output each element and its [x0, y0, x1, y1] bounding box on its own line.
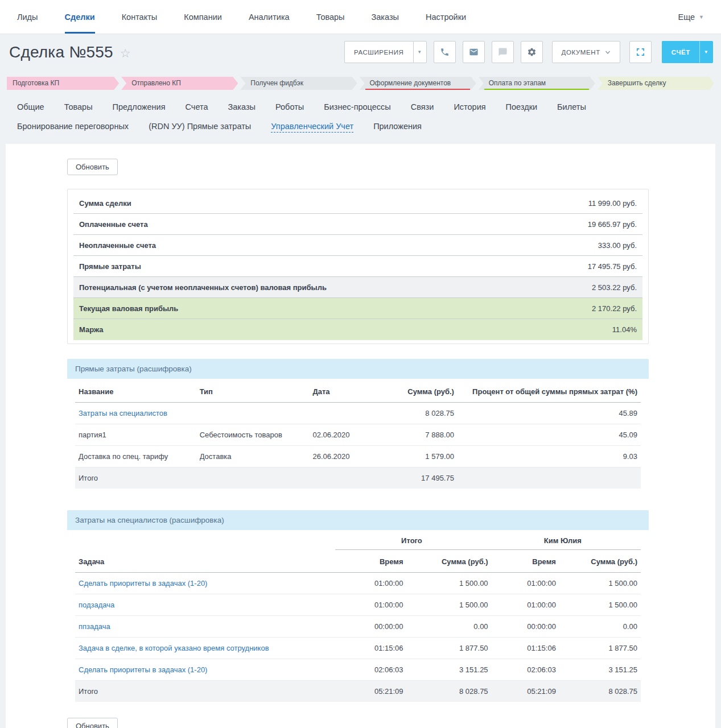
deal-tabs: ОбщиеТоварыПредложенияСчетаЗаказыРоботыБ…: [7, 102, 714, 133]
cell-t1: 01:00:00: [335, 573, 403, 594]
tab-5[interactable]: Заказы: [228, 102, 256, 113]
tab-14[interactable]: Управленческий Учет: [271, 122, 353, 133]
cost-item-link[interactable]: Затраты на специалистов: [79, 409, 167, 417]
refresh-button-top[interactable]: Обновить: [67, 159, 118, 175]
task-link[interactable]: Задача в сделке, в которой указано время…: [79, 644, 269, 652]
task-link[interactable]: подзадача: [79, 601, 114, 609]
task-link[interactable]: Сделать приоритеты в задачах (1-20): [79, 665, 207, 674]
extensions-dropdown-button[interactable]: ▼: [413, 41, 427, 63]
summary-row: Текущая валовая прибыль2 170.22 руб.: [73, 298, 642, 319]
cell-s1: 1 500.00: [403, 573, 488, 594]
nav-item-1[interactable]: Лиды: [17, 0, 38, 34]
stage-3[interactable]: Получен фидбэк: [240, 77, 357, 90]
extensions-button[interactable]: РАСШИРЕНИЯ: [344, 41, 413, 63]
column-header: Сумма (руб.): [381, 380, 454, 403]
table-row: Сделать приоритеты в задачах (1-20)02:06…: [75, 659, 641, 681]
stage-label: Оформление документов: [370, 79, 451, 87]
stage-6[interactable]: Завершить сделку: [598, 77, 714, 90]
task-link[interactable]: ппзадача: [79, 622, 110, 631]
tab-6[interactable]: Роботы: [275, 102, 304, 113]
tab-11[interactable]: Билеты: [557, 102, 586, 113]
nav-item-7[interactable]: Заказы: [372, 0, 399, 34]
nav-more-label: Еще: [678, 13, 695, 22]
stage-4[interactable]: Оформление документов: [360, 77, 476, 90]
tab-2[interactable]: Товары: [64, 102, 93, 113]
total-t2: 05:21:09: [488, 681, 556, 702]
summary-value: 11 999.00 руб.: [588, 199, 637, 208]
cell-empty: [200, 468, 313, 489]
total-label: Итого: [75, 468, 200, 489]
cell-s1: 3 151.25: [403, 659, 488, 681]
invoice-button[interactable]: СЧЁТ: [662, 41, 699, 63]
group-header-total: Итого: [335, 531, 488, 550]
task-link[interactable]: Сделать приоритеты в задачах (1-20): [79, 579, 207, 588]
phone-button[interactable]: [434, 41, 456, 63]
stage-1[interactable]: Подготовка КП: [7, 77, 119, 90]
direct-costs-table-wrap: НазваниеТипДатаСумма (руб.)Процент от об…: [67, 379, 649, 495]
tab-1[interactable]: Общие: [17, 102, 44, 113]
tab-9[interactable]: История: [454, 102, 485, 113]
tab-10[interactable]: Поездки: [506, 102, 537, 113]
nav-item-3[interactable]: Контакты: [122, 0, 158, 34]
specialists-header-row: ЗадачаВремяСумма (руб.)ВремяСумма (руб.): [75, 550, 641, 573]
refresh-button-bottom[interactable]: Обновить: [67, 718, 118, 728]
chevron-down-icon: [605, 49, 611, 55]
stage-2[interactable]: Отправлено КП: [121, 77, 238, 90]
cell-empty: [454, 468, 641, 489]
direct-costs-section-title: Прямые затраты (расшифровка): [67, 359, 649, 379]
fullscreen-button[interactable]: [629, 41, 652, 63]
summary-label: Неоплаченные счета: [79, 241, 156, 250]
invoice-dropdown-button[interactable]: ▼: [699, 41, 713, 63]
tab-15[interactable]: Приложения: [373, 122, 422, 133]
tab-8[interactable]: Связи: [411, 102, 434, 113]
cell-t2: 01:00:00: [488, 594, 556, 616]
cell-percent: 9.03: [454, 446, 641, 468]
summary-value: 333.00 руб.: [598, 241, 637, 250]
nav-more[interactable]: Еще ▼: [678, 0, 704, 34]
stage-label: Оплата по этапам: [489, 79, 546, 87]
cell-s2: 1 500.00: [556, 573, 641, 594]
invoice-split-button: СЧЁТ ▼: [662, 41, 713, 63]
tab-13[interactable]: (RDN УУ) Прямые затраты: [149, 122, 251, 133]
extensions-split-button: РАСШИРЕНИЯ ▼: [344, 41, 427, 63]
tab-3[interactable]: Предложения: [113, 102, 166, 113]
cell-s1: 0.00: [403, 616, 488, 638]
nav-item-2[interactable]: Сделки: [65, 0, 95, 34]
document-button[interactable]: ДОКУМЕНТ: [552, 41, 620, 63]
chat-button[interactable]: [492, 41, 514, 63]
cell-s1: 1 500.00: [403, 594, 488, 616]
cell-t2: 01:15:06: [488, 638, 556, 659]
settings-button[interactable]: [521, 41, 543, 63]
table-row: Затраты на специалистов8 028.7545.89: [75, 403, 641, 424]
cell-name: Затраты на специалистов: [75, 403, 200, 424]
cell-s2: 1 500.00: [556, 594, 641, 616]
cell-s1: 1 877.50: [403, 638, 488, 659]
direct-costs-table: НазваниеТипДатаСумма (руб.)Процент от об…: [75, 380, 641, 489]
tab-12[interactable]: Бронирование переговорных: [17, 122, 129, 133]
summary-value: 17 495.75 руб.: [588, 262, 637, 271]
total-sum: 17 495.75: [381, 468, 454, 489]
nav-item-6[interactable]: Товары: [316, 0, 345, 34]
stage-5[interactable]: Оплата по этапам: [479, 77, 595, 90]
nav-item-8[interactable]: Настройки: [426, 0, 466, 34]
cell-task: Задача в сделке, в которой указано время…: [75, 638, 335, 659]
top-navigation: ЛидыСделкиКонтактыКомпанииАналитикаТовар…: [0, 0, 721, 34]
cell-percent: 45.09: [454, 424, 641, 446]
cell-task: ппзадача: [75, 616, 335, 638]
nav-item-4[interactable]: Компании: [184, 0, 222, 34]
summary-table: Сумма сделки11 999.00 руб.Оплаченные сче…: [67, 189, 649, 344]
table-row: ппзадача00:00:000.0000:00:000.00: [75, 616, 641, 638]
cell-date: 26.06.2020: [312, 446, 380, 468]
nav-item-5[interactable]: Аналитика: [249, 0, 290, 34]
deal-header: Сделка №555 ☆ РАСШИРЕНИЯ ▼ ДОКУМЕНТ СЧЁТ…: [0, 34, 721, 70]
summary-row: Оплаченные счета19 665.97 руб.: [73, 214, 642, 235]
cell-s2: 3 151.25: [556, 659, 641, 681]
mail-button[interactable]: [463, 41, 485, 63]
favorite-star-icon[interactable]: ☆: [120, 47, 131, 60]
tab-7[interactable]: Бизнес-процессы: [324, 102, 391, 113]
cell-t1: 01:00:00: [335, 594, 403, 616]
tab-4[interactable]: Счета: [186, 102, 208, 113]
summary-label: Потенциальная (с учетом неоплаченных сче…: [79, 283, 327, 292]
cell-type: Себестоимость товаров: [200, 424, 313, 446]
summary-row: Маржа11.04%: [73, 319, 642, 340]
